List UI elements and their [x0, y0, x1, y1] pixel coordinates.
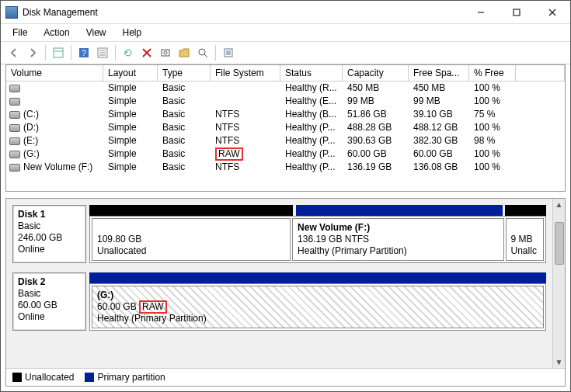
volume-list[interactable]: Volume Layout Type File System Status Ca…: [5, 64, 566, 192]
legend: Unallocated Primary partition: [6, 368, 565, 386]
disk1-volume-f[interactable]: New Volume (F:) 136.19 GB NTFS Healthy (…: [292, 218, 503, 261]
drive-icon: [9, 111, 20, 119]
close-button[interactable]: [534, 1, 570, 24]
col-filesystem[interactable]: File System: [211, 65, 280, 82]
menu-help[interactable]: Help: [116, 26, 149, 40]
svg-rect-19: [226, 50, 231, 55]
menu-action[interactable]: Action: [37, 26, 76, 40]
disk2-volume-g[interactable]: (G:) 60.00 GB RAW Healthy (Primary Parti…: [92, 286, 544, 328]
svg-rect-14: [162, 50, 169, 56]
drive-icon: [9, 98, 20, 106]
svg-rect-4: [54, 48, 63, 57]
raw-highlight-list: RAW: [215, 147, 243, 161]
volume-row[interactable]: (E:)SimpleBasicNTFSHealthy (P...390.63 G…: [6, 134, 565, 147]
volume-row[interactable]: SimpleBasicHealthy (E...99 MB99 MB100 %: [6, 95, 565, 108]
open-button[interactable]: [176, 44, 193, 61]
window-title: Disk Management: [23, 7, 463, 18]
toolbar: ?: [1, 42, 570, 64]
extra-button[interactable]: [220, 44, 237, 61]
svg-line-17: [204, 54, 207, 57]
scrollbar-vertical[interactable]: ▲ ▼: [552, 199, 565, 368]
col-capacity[interactable]: Capacity: [343, 65, 409, 82]
drive-icon: [9, 151, 20, 158]
svg-text:?: ?: [82, 49, 86, 57]
back-button[interactable]: [5, 44, 23, 61]
col-free[interactable]: Free Spa...: [409, 65, 469, 82]
volume-row[interactable]: (C:)SimpleBasicNTFSHealthy (B...51.86 GB…: [6, 108, 565, 121]
refresh-button[interactable]: [120, 44, 137, 61]
titlebar: Disk Management: [1, 1, 570, 24]
svg-point-15: [164, 51, 167, 54]
volume-row[interactable]: (D:)SimpleBasicNTFSHealthy (P...488.28 G…: [6, 121, 565, 134]
drive-icon: [9, 124, 20, 132]
scroll-down-icon[interactable]: ▼: [555, 356, 563, 368]
disk-graphical-view: Disk 1 Basic 246.00 GB Online: [5, 198, 566, 387]
drive-icon: [9, 85, 20, 92]
properties-button[interactable]: [94, 44, 111, 61]
volume-list-header: Volume Layout Type File System Status Ca…: [6, 65, 565, 82]
disk1-unallocated-2[interactable]: 9 MB Unallc: [506, 218, 544, 261]
search-button[interactable]: [194, 44, 211, 61]
legend-swatch-primary: [85, 373, 94, 382]
minimize-button[interactable]: [463, 1, 499, 24]
scroll-thumb[interactable]: [555, 222, 564, 265]
legend-swatch-unallocated: [12, 373, 22, 382]
menu-view[interactable]: View: [79, 26, 113, 40]
col-type[interactable]: Type: [158, 65, 211, 82]
settings-button[interactable]: [157, 44, 174, 61]
svg-point-16: [199, 49, 205, 55]
disk1-unallocated-1[interactable]: 109.80 GB Unallocated: [92, 218, 291, 261]
col-volume[interactable]: Volume: [6, 65, 103, 82]
disk-row-2[interactable]: Disk 2 Basic 60.00 GB Online (G:): [6, 269, 552, 337]
forward-button[interactable]: [24, 44, 41, 61]
show-hide-button[interactable]: [50, 44, 67, 61]
delete-button[interactable]: [138, 44, 155, 61]
col-pct[interactable]: % Free: [469, 65, 516, 82]
drive-icon: [9, 164, 20, 172]
app-icon: [5, 6, 18, 19]
disk-row-1[interactable]: Disk 1 Basic 246.00 GB Online: [6, 199, 552, 269]
svg-rect-1: [514, 9, 520, 16]
help-button[interactable]: ?: [75, 44, 92, 61]
volume-row[interactable]: (G:)SimpleBasicRAWHealthy (P...60.00 GB6…: [6, 147, 565, 161]
col-status[interactable]: Status: [280, 65, 343, 82]
drive-icon: [9, 137, 20, 145]
volume-row[interactable]: New Volume (F:)SimpleBasicNTFSHealthy (P…: [6, 161, 565, 174]
scroll-up-icon[interactable]: ▲: [555, 199, 563, 210]
col-layout[interactable]: Layout: [103, 65, 158, 82]
disk-info-1: Disk 1 Basic 246.00 GB Online: [12, 205, 86, 263]
volume-row[interactable]: SimpleBasicHealthy (R...450 MB450 MB100 …: [6, 82, 565, 95]
disk-info-2: Disk 2 Basic 60.00 GB Online: [12, 272, 86, 331]
raw-highlight-graphical: RAW: [139, 300, 167, 314]
menubar: File Action View Help: [1, 24, 570, 42]
maximize-button[interactable]: [499, 1, 534, 24]
menu-file[interactable]: File: [5, 26, 34, 40]
